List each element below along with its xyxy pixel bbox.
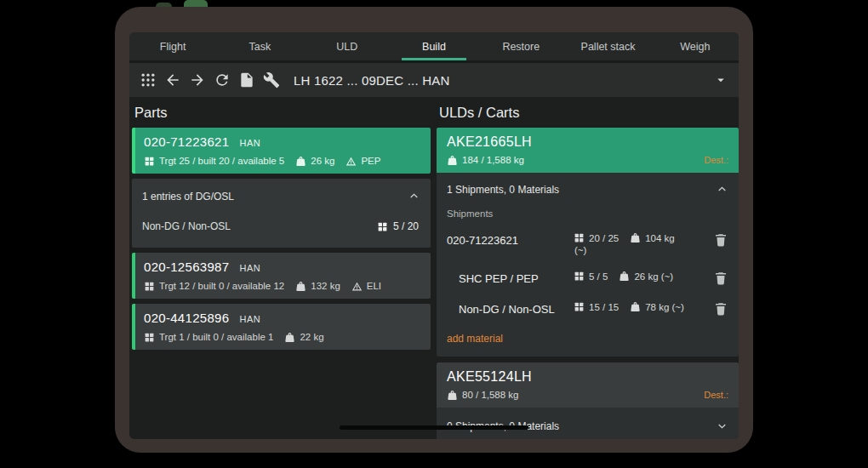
part-card[interactable]: 020-12563987 HAN Trgt 12 / built 0 / ava… [132, 253, 431, 299]
back-arrow-icon[interactable] [164, 71, 181, 88]
pieces-icon [574, 271, 585, 282]
dropdown-caret-icon[interactable] [713, 72, 728, 88]
uld-dest-label: Dest.: [704, 154, 728, 166]
delete-icon[interactable] [713, 301, 728, 317]
tab-bar: Flight Task ULD Build Restore Pallet sta… [129, 32, 739, 60]
dg-panel-header[interactable]: 1 entries of DG/OSL [132, 179, 431, 214]
forward-arrow-icon[interactable] [189, 71, 206, 88]
tab-build-label: Build [422, 41, 446, 53]
part-shc: ELI [367, 280, 381, 292]
tab-restore[interactable]: Restore [477, 32, 564, 60]
pieces-icon [377, 221, 388, 232]
ulds-column: ULDs / Carts AKE21665LH 184 / 1,588 kg D… [434, 97, 739, 439]
toolbar: LH 1622 ... 09DEC ... HAN [129, 63, 739, 97]
uld-summary-row[interactable]: 0 Shipments, 0 Materials [437, 408, 739, 439]
part-stats: Trgt 25 / built 20 / available 5 [159, 155, 284, 167]
shipment-weight: 78 kg (~) [645, 302, 684, 312]
uld-card-body: 0 Shipments, 0 Materials [437, 408, 739, 439]
app-screen: Flight Task ULD Build Restore Pallet sta… [129, 32, 739, 439]
ulds-header: ULDs / Carts [437, 97, 739, 128]
pieces-icon [574, 301, 585, 312]
uld-weight: 184 / 1,588 kg [462, 154, 524, 166]
shipment-row: Non-DG / Non-OSL 15 / 15 78 kg (~) [437, 294, 739, 324]
tab-build[interactable]: Build [391, 32, 477, 60]
tab-weigh-label: Weigh [680, 41, 710, 53]
shipment-count: 20 / 25 [589, 233, 619, 243]
shipment-count: 15 / 15 [589, 302, 619, 312]
part-stats: Trgt 12 / built 0 / available 12 [159, 280, 284, 292]
wrench-icon[interactable] [263, 71, 280, 88]
uld-weight: 80 / 1,588 kg [462, 389, 519, 401]
uld-id: AKE21665LH [447, 134, 532, 151]
shipment-label: SHC PEP / PEP [459, 271, 574, 285]
shipment-weight: 104 kg [645, 233, 675, 243]
uld-summary-row[interactable]: 1 Shipments, 0 Materials [437, 173, 739, 206]
shipment-count: 5 / 5 [589, 271, 608, 282]
add-material-link[interactable]: add material [437, 324, 739, 357]
dg-row-label: Non-DG / Non-OSL [142, 220, 231, 232]
flight-selector-title[interactable]: LH 1622 ... 09DEC ... HAN [294, 73, 449, 88]
weight-icon [630, 301, 641, 312]
main-area: Parts 020-71223621 HAN Trgt 25 / built 2… [129, 97, 739, 439]
pieces-icon [144, 156, 155, 167]
weight-icon [295, 156, 306, 167]
chevron-up-icon [408, 190, 420, 203]
tab-uld-label: ULD [336, 41, 357, 53]
refresh-icon[interactable] [214, 71, 231, 88]
weight-icon [619, 271, 630, 282]
uld-card: AKE21665LH 184 / 1,588 kg Dest.: 1 Shipm… [437, 128, 739, 357]
shipment-label: Non-DG / Non-OSL [459, 301, 574, 316]
delete-icon[interactable] [713, 271, 728, 286]
delete-icon[interactable] [713, 232, 728, 248]
shipment-label: 020-71223621 [447, 232, 574, 247]
tab-pallet-stack[interactable]: Pallet stack [564, 32, 651, 60]
part-weight: 26 kg [311, 155, 334, 167]
warning-icon [345, 156, 357, 167]
uld-summary: 1 Shipments, 0 Materials [447, 184, 559, 196]
part-weight: 132 kg [311, 280, 340, 292]
part-shc: PEP [361, 155, 380, 167]
chevron-down-icon [716, 419, 728, 432]
uld-card-header[interactable]: AKE55124LH 80 / 1,588 kg Dest.: [437, 362, 739, 408]
shipment-weight: 26 kg (~) [634, 271, 673, 282]
dg-panel-title: 1 entries of DG/OSL [142, 191, 234, 203]
part-id: 020-71223621 [144, 134, 229, 150]
part-dest: HAN [239, 314, 260, 324]
tab-task-label: Task [249, 41, 271, 53]
warning-icon [351, 281, 363, 292]
uld-card-body: 1 Shipments, 0 Materials Shipments 020-7… [437, 173, 739, 357]
weight-icon [447, 390, 458, 401]
tab-weigh[interactable]: Weigh [652, 32, 739, 60]
part-id: 020-12563987 [144, 260, 229, 275]
tab-flight-label: Flight [160, 41, 186, 53]
pieces-icon [574, 232, 585, 243]
apps-grid-icon[interactable] [140, 71, 157, 88]
shipments-section-label: Shipments [437, 206, 739, 225]
part-card-selected[interactable]: 020-71223621 HAN Trgt 25 / built 20 / av… [132, 128, 431, 174]
uld-id: AKE55124LH [447, 368, 532, 385]
parts-header: Parts [132, 97, 431, 128]
part-dest: HAN [239, 138, 260, 148]
tab-restore-label: Restore [502, 41, 540, 53]
part-id: 020-44125896 [144, 311, 229, 326]
pieces-icon [144, 281, 155, 292]
home-indicator[interactable] [340, 425, 528, 430]
part-weight: 22 kg [300, 331, 323, 343]
weight-icon [284, 332, 295, 343]
parts-column: Parts 020-71223621 HAN Trgt 25 / built 2… [129, 97, 434, 439]
part-card[interactable]: 020-44125896 HAN Trgt 1 / built 0 / avai… [132, 304, 431, 350]
part-dest: HAN [239, 263, 260, 273]
shipment-row: 020-71223621 20 / 25 104 kg (~) [437, 225, 739, 263]
weight-icon [295, 281, 306, 292]
uld-dest-label: Dest.: [704, 389, 728, 401]
pieces-icon [144, 332, 155, 343]
shipment-weight-note: (~) [574, 245, 701, 255]
tab-uld[interactable]: ULD [304, 32, 391, 60]
uld-card-header[interactable]: AKE21665LH 184 / 1,588 kg Dest.: [437, 128, 739, 173]
tab-task[interactable]: Task [216, 32, 303, 60]
document-icon[interactable] [238, 71, 255, 88]
weight-icon [630, 232, 641, 243]
dg-row: Non-DG / Non-OSL 5 / 20 [132, 214, 431, 248]
tab-flight[interactable]: Flight [129, 32, 216, 60]
dg-row-count: 5 / 20 [393, 220, 419, 232]
